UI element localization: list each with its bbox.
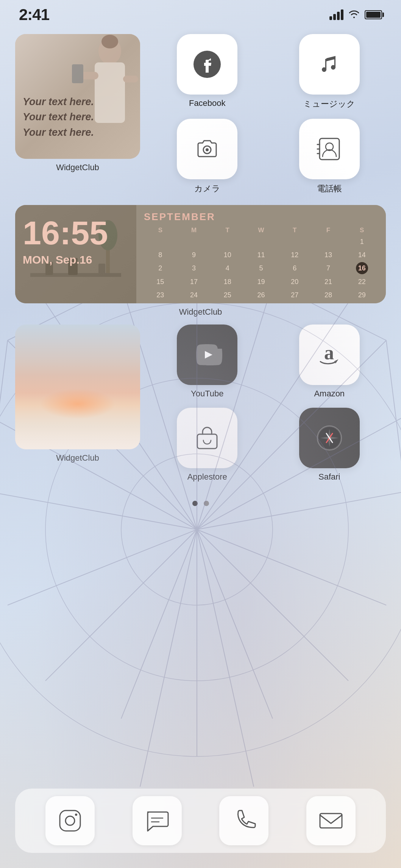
messages-icon xyxy=(144,807,170,834)
dock-item-instagram[interactable] xyxy=(45,796,95,845)
svg-rect-54 xyxy=(60,811,80,831)
svg-line-13 xyxy=(121,529,197,719)
cal-right: SEPTEMBER S M T W T F S xyxy=(136,205,386,303)
battery-icon xyxy=(365,10,382,19)
svg-point-55 xyxy=(66,816,75,825)
svg-rect-30 xyxy=(95,62,125,123)
cal-header-s2: S xyxy=(345,226,378,235)
widget-photo xyxy=(15,325,140,449)
cal-time: 16:55 xyxy=(15,205,136,250)
svg-line-5 xyxy=(197,303,348,529)
calendar-widget: 16:55 MON, Sep.16 SEPTEMBER S M T W T F … xyxy=(15,205,386,303)
widget-club-photo[interactable]: Your text here.Your text here.Your text … xyxy=(15,34,140,172)
mail-icon xyxy=(318,807,344,834)
home-screen: 2:41 xyxy=(0,0,401,868)
calendar-widget-wrap[interactable]: 16:55 MON, Sep.16 SEPTEMBER S M T W T F … xyxy=(15,205,386,317)
dock-icon-instagram xyxy=(45,796,95,845)
svg-rect-32 xyxy=(72,64,83,83)
svg-line-4 xyxy=(197,284,273,529)
svg-line-6 xyxy=(197,340,386,529)
svg-point-29 xyxy=(101,35,118,48)
dock-icon-phone xyxy=(219,796,268,845)
dock-item-messages[interactable] xyxy=(133,796,182,845)
dock-item-phone[interactable] xyxy=(219,796,268,845)
svg-rect-59 xyxy=(320,814,342,828)
cal-header-w: W xyxy=(245,226,278,235)
svg-line-7 xyxy=(197,416,401,529)
svg-line-11 xyxy=(197,529,273,719)
dock-item-mail[interactable] xyxy=(306,796,356,845)
svg-line-16 xyxy=(0,492,197,529)
instagram-icon xyxy=(57,807,83,834)
cal-header-t1: T xyxy=(211,226,244,235)
svg-line-22 xyxy=(197,529,254,787)
dock xyxy=(15,789,386,853)
svg-line-8 xyxy=(197,492,401,529)
widget-club-photo-2[interactable]: WidgetClub xyxy=(15,325,140,463)
svg-line-27 xyxy=(0,340,8,492)
cal-grid: S M T W T F S 1 xyxy=(144,226,378,303)
svg-line-14 xyxy=(45,529,197,681)
svg-rect-33 xyxy=(123,76,138,82)
svg-line-10 xyxy=(197,529,348,681)
cal-header-m: M xyxy=(178,226,211,235)
cal-header-s1: S xyxy=(144,226,177,235)
cal-left: 16:55 MON, Sep.16 xyxy=(15,205,136,303)
cal-header-f: F xyxy=(312,226,345,235)
dock-icon-mail xyxy=(306,796,356,845)
widget-text-overlay: Your text here.Your text here.Your text … xyxy=(23,94,94,140)
svg-line-21 xyxy=(140,529,197,787)
phone-icon xyxy=(231,807,257,834)
cal-header-t2: T xyxy=(278,226,311,235)
svg-line-15 xyxy=(8,529,197,605)
dock-icon-messages xyxy=(133,796,182,845)
svg-line-9 xyxy=(197,529,386,605)
sunset-glow xyxy=(40,389,115,419)
cal-month: SEPTEMBER xyxy=(144,211,378,223)
cal-date: MON, Sep.16 xyxy=(15,250,136,270)
svg-point-56 xyxy=(75,814,77,816)
